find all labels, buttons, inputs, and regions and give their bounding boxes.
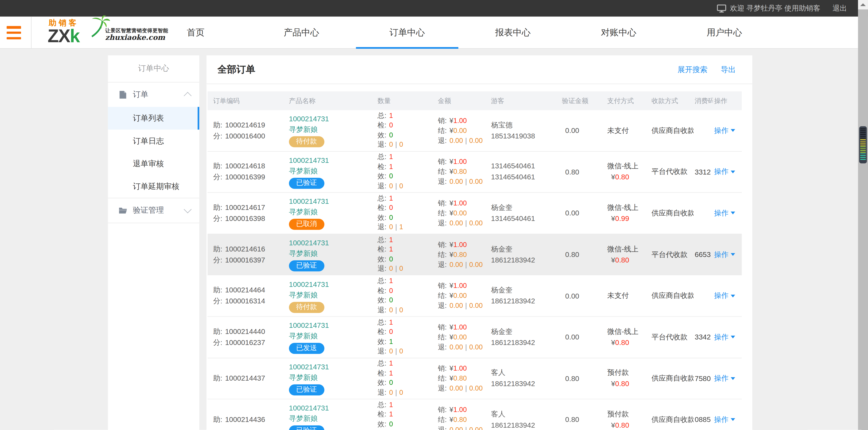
product-name-link[interactable]: 寻梦新娘 [289,372,377,383]
chevron-up-icon [184,92,192,99]
visitor-cell: 杨金奎 18612183942 [490,326,561,348]
sidebar-item-order-list[interactable]: 订单列表 [108,107,199,130]
table-row: 助:1000214617 分:1000016398 1000214731 寻梦新… [208,193,742,234]
chevron-down-icon [184,205,192,213]
visitor-name: 杨金奎 [491,243,561,254]
nav-item-users[interactable]: 用户中心 [672,17,777,49]
order-code-cell: 助:1000214437 分: [208,373,288,384]
product-code-link[interactable]: 1000214731 [289,279,377,290]
visitor-phone: 18513419038 [491,131,561,142]
hamburger-menu-icon[interactable] [6,26,21,39]
pay-amount-line: ¥0.80 [607,378,651,390]
caret-down-icon [731,253,735,256]
status-badge: 已验证 [289,260,324,271]
action-dropdown[interactable]: 操作 [714,291,735,301]
product-name-link[interactable]: 寻梦新娘 [289,413,377,424]
pay-method-cell: 预付款 ¥0.80 [606,368,650,390]
action-dropdown[interactable]: 操作 [714,374,735,383]
visitor-phone: 18612183942 [491,296,561,307]
action-cell: 操作 [713,332,742,342]
action-dropdown[interactable]: 操作 [714,332,735,342]
table-row: 助:1000214619 分:1000016400 1000214731 寻梦新… [208,110,742,152]
nav-item-reports[interactable]: 报表中心 [460,17,566,49]
logout-link[interactable]: 退出 [833,3,847,13]
consume-code-cell: 6653 [693,250,713,259]
arrow-up-icon [860,3,866,6]
product-cell: 1000214731 寻梦新娘 已验证 [288,362,376,395]
visitor-phone: 18612183942 [491,337,561,348]
expand-search-link[interactable]: 展开搜索 [678,64,707,75]
quantity-cell: 总:1 检:0 效:0 退:0|1 [376,194,434,233]
visitor-cell: 13146540461 13146540461 [490,161,561,183]
product-name-link[interactable]: 寻梦新娘 [289,207,377,218]
sidebar-item-order-extension-review[interactable]: 订单延期审核 [108,175,199,198]
page-title: 全部订单 [218,63,664,76]
sidebar-group-verification[interactable]: 验证管理 [108,198,199,223]
product-code-link[interactable]: 1000214731 [289,362,377,372]
scrollbar-thumb[interactable] [859,126,867,164]
visitor-cell: 客人 18612183942 [490,409,561,430]
col-header-amount: 金额 [435,96,490,105]
verify-amount-cell: 0.00 [561,126,606,135]
nav-item-orders[interactable]: 订单中心 [354,17,460,49]
export-link[interactable]: 导出 [721,64,736,75]
visitor-cell: 杨金奎 13146540461 [490,202,561,224]
product-code-link[interactable]: 1000214731 [289,155,377,166]
visitor-cell: 杨金奎 18612183942 [490,243,561,265]
pay-method: 预付款 [607,409,651,420]
product-code-link[interactable]: 1000214731 [289,196,377,207]
action-cell: 操作 [713,415,742,425]
product-name-link[interactable]: 寻梦新娘 [289,248,377,259]
product-name-link[interactable]: 寻梦新娘 [289,289,377,300]
caret-down-icon [731,294,735,297]
verify-amount-cell: 0.80 [561,168,606,176]
palm-tree-icon [88,16,111,37]
product-code-link[interactable]: 1000214731 [289,320,377,331]
col-header-order-code: 订单编码 [208,96,288,105]
pay-amount-line: ¥0.80 [607,420,651,430]
action-dropdown[interactable]: 操作 [714,167,735,177]
sidebar-item-refund-review[interactable]: 退单审核 [108,152,199,175]
action-dropdown[interactable]: 操作 [714,125,735,136]
monitor-icon [717,4,726,12]
caret-down-icon [731,129,735,132]
pay-method-cell: 微信-线上 ¥0.80 [606,161,650,183]
col-header-consume-code: 消费码 [693,96,713,105]
amount-cell: 销:¥1.00 结:¥0.00 退:0.00|0.00 [435,322,490,352]
page-scrollbar[interactable] [858,0,868,430]
order-table-body: 助:1000214619 分:1000016400 1000214731 寻梦新… [208,110,742,430]
action-cell: 操作 [713,374,742,383]
col-header-verify-amount: 验证金额 [561,96,606,105]
collect-method-cell: 供应商自收款 [650,125,693,136]
pay-method: 微信-线上 [607,161,651,172]
consume-code-cell: 0885 [693,415,713,424]
col-header-quantity: 数量 [376,96,434,105]
action-dropdown[interactable]: 操作 [714,250,735,260]
status-badge: 已验证 [289,178,324,189]
nav-item-reconciliation[interactable]: 对账中心 [566,17,672,49]
quantity-cell: 总:1 检:0 效:0 退:0|0 [376,277,434,315]
product-code-link[interactable]: 1000214731 [289,114,377,124]
nav-item-products[interactable]: 产品中心 [249,17,354,49]
status-badge: 已验证 [289,426,324,430]
product-name-link[interactable]: 寻梦新娘 [289,124,377,135]
product-name-link[interactable]: 寻梦新娘 [289,331,377,341]
sidebar-group-orders[interactable]: 订单 [108,83,199,107]
order-code-zhu: 助:1000214440 [213,326,288,337]
order-code-fen: 分:1000016400 [213,131,288,142]
sidebar-group-label: 订单 [133,90,185,99]
sidebar-item-order-log[interactable]: 订单日志 [108,130,199,152]
scroll-up-button[interactable] [858,0,868,9]
visitor-cell: 杨金奎 18612183942 [490,285,561,307]
product-code-link[interactable]: 1000214731 [289,403,377,413]
action-dropdown[interactable]: 操作 [714,208,735,218]
amount-cell: 销:¥1.00 结:¥0.00 退:0.00|0.00 [435,116,490,145]
product-code-link[interactable]: 1000214731 [289,238,377,248]
order-code-zhu: 助:1000214464 [213,285,288,296]
collect-method-cell: 平台代收款 [650,250,693,260]
nav-item-home[interactable]: 首页 [143,17,249,49]
collect-method-cell: 供应商自收款 [650,415,693,425]
action-dropdown[interactable]: 操作 [714,415,735,425]
visitor-phone: 13146540461 [491,172,561,183]
product-name-link[interactable]: 寻梦新娘 [289,166,377,176]
